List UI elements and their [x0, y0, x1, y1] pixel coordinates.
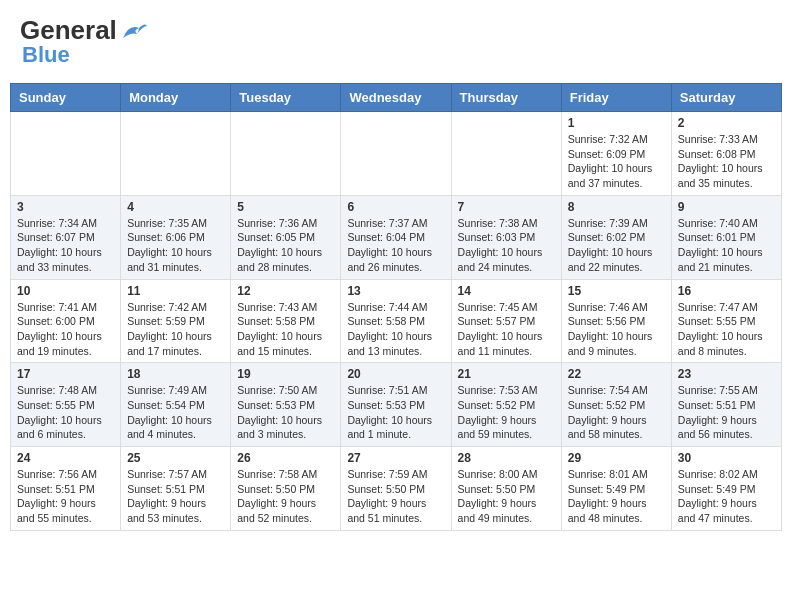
- day-info: Sunrise: 7:57 AMSunset: 5:51 PMDaylight:…: [127, 467, 224, 526]
- day-number: 7: [458, 200, 555, 214]
- day-info: Sunrise: 7:36 AMSunset: 6:05 PMDaylight:…: [237, 216, 334, 275]
- day-info: Sunrise: 7:38 AMSunset: 6:03 PMDaylight:…: [458, 216, 555, 275]
- day-info: Sunrise: 7:55 AMSunset: 5:51 PMDaylight:…: [678, 383, 775, 442]
- day-number: 11: [127, 284, 224, 298]
- day-cell-5: 5Sunrise: 7:36 AMSunset: 6:05 PMDaylight…: [231, 195, 341, 279]
- day-cell-27: 27Sunrise: 7:59 AMSunset: 5:50 PMDayligh…: [341, 447, 451, 531]
- day-number: 20: [347, 367, 444, 381]
- day-number: 2: [678, 116, 775, 130]
- weekday-header-monday: Monday: [121, 84, 231, 112]
- weekday-header-tuesday: Tuesday: [231, 84, 341, 112]
- day-cell-14: 14Sunrise: 7:45 AMSunset: 5:57 PMDayligh…: [451, 279, 561, 363]
- day-number: 16: [678, 284, 775, 298]
- day-info: Sunrise: 7:33 AMSunset: 6:08 PMDaylight:…: [678, 132, 775, 191]
- logo-blue: Blue: [22, 42, 70, 68]
- day-cell-1: 1Sunrise: 7:32 AMSunset: 6:09 PMDaylight…: [561, 112, 671, 196]
- day-number: 12: [237, 284, 334, 298]
- page-header: General Blue: [10, 10, 782, 73]
- day-cell-18: 18Sunrise: 7:49 AMSunset: 5:54 PMDayligh…: [121, 363, 231, 447]
- day-cell-24: 24Sunrise: 7:56 AMSunset: 5:51 PMDayligh…: [11, 447, 121, 531]
- day-cell-28: 28Sunrise: 8:00 AMSunset: 5:50 PMDayligh…: [451, 447, 561, 531]
- day-info: Sunrise: 7:49 AMSunset: 5:54 PMDaylight:…: [127, 383, 224, 442]
- day-info: Sunrise: 8:02 AMSunset: 5:49 PMDaylight:…: [678, 467, 775, 526]
- day-info: Sunrise: 7:53 AMSunset: 5:52 PMDaylight:…: [458, 383, 555, 442]
- day-number: 21: [458, 367, 555, 381]
- day-number: 15: [568, 284, 665, 298]
- day-info: Sunrise: 7:50 AMSunset: 5:53 PMDaylight:…: [237, 383, 334, 442]
- day-info: Sunrise: 8:00 AMSunset: 5:50 PMDaylight:…: [458, 467, 555, 526]
- day-info: Sunrise: 7:42 AMSunset: 5:59 PMDaylight:…: [127, 300, 224, 359]
- day-info: Sunrise: 7:43 AMSunset: 5:58 PMDaylight:…: [237, 300, 334, 359]
- day-info: Sunrise: 7:34 AMSunset: 6:07 PMDaylight:…: [17, 216, 114, 275]
- day-number: 17: [17, 367, 114, 381]
- day-number: 4: [127, 200, 224, 214]
- week-row-2: 10Sunrise: 7:41 AMSunset: 6:00 PMDayligh…: [11, 279, 782, 363]
- day-cell-7: 7Sunrise: 7:38 AMSunset: 6:03 PMDaylight…: [451, 195, 561, 279]
- logo-bird-icon: [119, 20, 147, 42]
- day-cell-13: 13Sunrise: 7:44 AMSunset: 5:58 PMDayligh…: [341, 279, 451, 363]
- day-info: Sunrise: 8:01 AMSunset: 5:49 PMDaylight:…: [568, 467, 665, 526]
- day-number: 24: [17, 451, 114, 465]
- empty-cell: [121, 112, 231, 196]
- day-number: 6: [347, 200, 444, 214]
- empty-cell: [451, 112, 561, 196]
- day-number: 1: [568, 116, 665, 130]
- calendar-table: SundayMondayTuesdayWednesdayThursdayFrid…: [10, 83, 782, 531]
- day-cell-3: 3Sunrise: 7:34 AMSunset: 6:07 PMDaylight…: [11, 195, 121, 279]
- day-cell-22: 22Sunrise: 7:54 AMSunset: 5:52 PMDayligh…: [561, 363, 671, 447]
- weekday-header-thursday: Thursday: [451, 84, 561, 112]
- day-number: 25: [127, 451, 224, 465]
- empty-cell: [231, 112, 341, 196]
- weekday-header-friday: Friday: [561, 84, 671, 112]
- day-cell-12: 12Sunrise: 7:43 AMSunset: 5:58 PMDayligh…: [231, 279, 341, 363]
- day-number: 14: [458, 284, 555, 298]
- empty-cell: [11, 112, 121, 196]
- day-cell-30: 30Sunrise: 8:02 AMSunset: 5:49 PMDayligh…: [671, 447, 781, 531]
- day-number: 8: [568, 200, 665, 214]
- day-info: Sunrise: 7:37 AMSunset: 6:04 PMDaylight:…: [347, 216, 444, 275]
- logo: General Blue: [20, 15, 147, 68]
- day-number: 28: [458, 451, 555, 465]
- day-cell-25: 25Sunrise: 7:57 AMSunset: 5:51 PMDayligh…: [121, 447, 231, 531]
- day-info: Sunrise: 7:51 AMSunset: 5:53 PMDaylight:…: [347, 383, 444, 442]
- week-row-0: 1Sunrise: 7:32 AMSunset: 6:09 PMDaylight…: [11, 112, 782, 196]
- day-info: Sunrise: 7:40 AMSunset: 6:01 PMDaylight:…: [678, 216, 775, 275]
- day-info: Sunrise: 7:45 AMSunset: 5:57 PMDaylight:…: [458, 300, 555, 359]
- day-cell-11: 11Sunrise: 7:42 AMSunset: 5:59 PMDayligh…: [121, 279, 231, 363]
- week-row-4: 24Sunrise: 7:56 AMSunset: 5:51 PMDayligh…: [11, 447, 782, 531]
- day-number: 9: [678, 200, 775, 214]
- day-number: 3: [17, 200, 114, 214]
- day-info: Sunrise: 7:54 AMSunset: 5:52 PMDaylight:…: [568, 383, 665, 442]
- day-cell-19: 19Sunrise: 7:50 AMSunset: 5:53 PMDayligh…: [231, 363, 341, 447]
- day-number: 13: [347, 284, 444, 298]
- day-number: 30: [678, 451, 775, 465]
- day-info: Sunrise: 7:35 AMSunset: 6:06 PMDaylight:…: [127, 216, 224, 275]
- day-cell-4: 4Sunrise: 7:35 AMSunset: 6:06 PMDaylight…: [121, 195, 231, 279]
- day-info: Sunrise: 7:48 AMSunset: 5:55 PMDaylight:…: [17, 383, 114, 442]
- day-cell-17: 17Sunrise: 7:48 AMSunset: 5:55 PMDayligh…: [11, 363, 121, 447]
- day-info: Sunrise: 7:41 AMSunset: 6:00 PMDaylight:…: [17, 300, 114, 359]
- day-number: 22: [568, 367, 665, 381]
- day-cell-15: 15Sunrise: 7:46 AMSunset: 5:56 PMDayligh…: [561, 279, 671, 363]
- weekday-header-sunday: Sunday: [11, 84, 121, 112]
- day-number: 19: [237, 367, 334, 381]
- day-cell-10: 10Sunrise: 7:41 AMSunset: 6:00 PMDayligh…: [11, 279, 121, 363]
- day-info: Sunrise: 7:47 AMSunset: 5:55 PMDaylight:…: [678, 300, 775, 359]
- day-info: Sunrise: 7:32 AMSunset: 6:09 PMDaylight:…: [568, 132, 665, 191]
- day-info: Sunrise: 7:56 AMSunset: 5:51 PMDaylight:…: [17, 467, 114, 526]
- day-cell-8: 8Sunrise: 7:39 AMSunset: 6:02 PMDaylight…: [561, 195, 671, 279]
- day-cell-29: 29Sunrise: 8:01 AMSunset: 5:49 PMDayligh…: [561, 447, 671, 531]
- day-number: 26: [237, 451, 334, 465]
- day-number: 18: [127, 367, 224, 381]
- week-row-3: 17Sunrise: 7:48 AMSunset: 5:55 PMDayligh…: [11, 363, 782, 447]
- day-cell-20: 20Sunrise: 7:51 AMSunset: 5:53 PMDayligh…: [341, 363, 451, 447]
- day-info: Sunrise: 7:59 AMSunset: 5:50 PMDaylight:…: [347, 467, 444, 526]
- day-number: 23: [678, 367, 775, 381]
- day-cell-2: 2Sunrise: 7:33 AMSunset: 6:08 PMDaylight…: [671, 112, 781, 196]
- day-cell-16: 16Sunrise: 7:47 AMSunset: 5:55 PMDayligh…: [671, 279, 781, 363]
- day-cell-6: 6Sunrise: 7:37 AMSunset: 6:04 PMDaylight…: [341, 195, 451, 279]
- day-number: 10: [17, 284, 114, 298]
- day-number: 29: [568, 451, 665, 465]
- day-number: 5: [237, 200, 334, 214]
- weekday-header-wednesday: Wednesday: [341, 84, 451, 112]
